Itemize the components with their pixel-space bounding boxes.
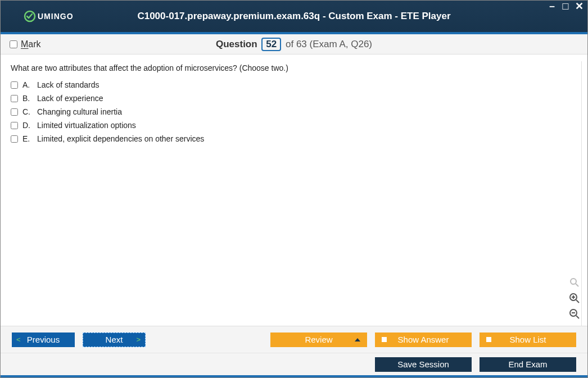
mark-checkbox-wrap[interactable]: Mark <box>10 39 41 49</box>
answer-option[interactable]: B.Lack of experience <box>11 94 577 103</box>
search-icon[interactable] <box>568 276 581 289</box>
stop-icon <box>382 337 387 342</box>
answer-text: Lack of standards <box>37 80 99 89</box>
show-answer-label: Show Answer <box>398 335 449 344</box>
answer-letter: B. <box>22 94 33 103</box>
question-inner: What are two attributes that affect the … <box>6 61 582 326</box>
zoom-out-icon[interactable] <box>568 308 581 320</box>
svg-point-1 <box>571 279 576 284</box>
footer-secondary: Save Session End Exam <box>1 353 587 375</box>
chevron-right-icon: > <box>136 335 141 344</box>
answer-checkbox[interactable] <box>11 81 18 89</box>
show-answer-button[interactable]: Show Answer <box>375 333 472 347</box>
answer-text: Lack of experience <box>37 94 103 103</box>
svg-line-6 <box>576 300 579 303</box>
mark-checkbox[interactable] <box>10 40 17 48</box>
zoom-controls <box>568 276 581 320</box>
answer-option[interactable]: A.Lack of standards <box>11 80 577 89</box>
answer-letter: C. <box>22 107 33 116</box>
question-of-text: of 63 (Exam A, Q26) <box>286 39 372 49</box>
review-label: Review <box>305 335 332 344</box>
answer-option[interactable]: D.Limited virtualization options <box>11 121 577 130</box>
previous-label: Previous <box>27 335 60 344</box>
answer-checkbox[interactable] <box>11 135 18 143</box>
answer-checkbox[interactable] <box>11 122 18 129</box>
titlebar: UMINGO C1000-017.prepaway.premium.exam.6… <box>1 1 587 32</box>
question-number-box: 52 <box>261 38 281 51</box>
window-controls: － □ ✕ <box>547 2 584 11</box>
stop-icon <box>486 337 491 342</box>
window-title: C1000-017.prepaway.premium.exam.63q - Cu… <box>1 11 587 22</box>
question-prompt: What are two attributes that affect the … <box>11 63 577 72</box>
close-icon[interactable]: ✕ <box>574 2 584 11</box>
logo-text: UMINGO <box>38 12 74 21</box>
maximize-icon[interactable]: □ <box>560 2 571 11</box>
app-window: UMINGO C1000-017.prepaway.premium.exam.6… <box>0 0 588 378</box>
show-list-button[interactable]: Show List <box>480 333 576 347</box>
save-session-button[interactable]: Save Session <box>375 357 472 372</box>
bottom-accent-strip <box>1 375 587 377</box>
answer-option[interactable]: E.Limited, explicit dependencies on othe… <box>11 134 577 143</box>
answer-text: Changing cultural inertia <box>37 107 122 116</box>
answer-letter: E. <box>22 134 33 143</box>
question-counter: Question 52 of 63 (Exam A, Q26) <box>1 38 587 51</box>
answers-list: A.Lack of standardsB.Lack of experienceC… <box>11 80 577 143</box>
answer-checkbox[interactable] <box>11 108 18 116</box>
previous-button[interactable]: < Previous <box>12 333 75 347</box>
answer-letter: D. <box>22 121 33 130</box>
answer-text: Limited, explicit dependencies on other … <box>37 134 204 143</box>
answer-option[interactable]: C.Changing cultural inertia <box>11 107 577 116</box>
question-header: Mark Question 52 of 63 (Exam A, Q26) <box>1 34 587 54</box>
answer-checkbox[interactable] <box>11 95 18 102</box>
footer-primary: < Previous Next > Review Show Answer Sho… <box>1 326 587 353</box>
svg-line-9 <box>576 316 579 318</box>
chevron-left-icon: < <box>16 335 21 344</box>
answer-letter: A. <box>22 80 33 89</box>
end-exam-button[interactable]: End Exam <box>480 357 576 372</box>
question-body: What are two attributes that affect the … <box>1 54 587 326</box>
question-word: Question <box>216 39 257 49</box>
show-list-label: Show List <box>509 335 546 344</box>
app-logo: UMINGO <box>23 10 74 23</box>
minimize-icon[interactable]: － <box>547 2 557 11</box>
triangle-up-icon <box>355 338 360 341</box>
zoom-in-icon[interactable] <box>568 292 581 304</box>
mark-label: M <box>21 39 28 49</box>
next-button[interactable]: Next > <box>83 333 146 347</box>
svg-line-2 <box>576 284 578 286</box>
review-button[interactable]: Review <box>270 333 367 347</box>
next-label: Next <box>106 335 123 344</box>
checkmark-icon <box>23 10 37 23</box>
answer-text: Limited virtualization options <box>37 121 136 130</box>
